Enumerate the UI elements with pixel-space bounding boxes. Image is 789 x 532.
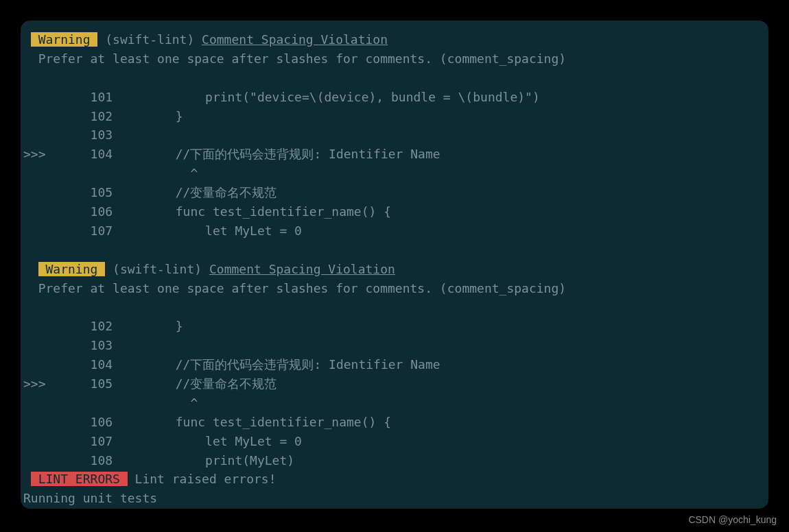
line-number: 105 — [91, 183, 139, 202]
code-text: print(MyLet) — [139, 453, 295, 468]
blank-line — [23, 241, 766, 260]
code-text: } — [139, 109, 183, 123]
warning-block-1: Warning (swift-lint) Comment Spacing Vio… — [23, 30, 766, 241]
gutter — [23, 125, 91, 145]
code-line-highlight: >>> 104 //下面的代码会违背规则: Identifier Name — [23, 145, 766, 164]
line-number: 103 — [91, 336, 139, 355]
caret-line: ^ — [23, 164, 766, 183]
caret-line: ^ — [23, 394, 766, 413]
code-line: 107 let MyLet = 0 — [23, 432, 766, 451]
line-number — [91, 164, 139, 183]
gutter — [23, 202, 91, 221]
line-number: 108 — [91, 451, 139, 470]
line-number: 102 — [91, 317, 139, 336]
linter-name: (swift-lint) — [97, 32, 202, 47]
code-line: 103 — [23, 336, 766, 355]
gutter — [23, 88, 91, 107]
line-number: 106 — [91, 413, 139, 432]
code-line: 108 print(MyLet) — [23, 451, 766, 470]
code-text: print("device=\(device), bundle = \(bund… — [139, 90, 540, 104]
gutter — [23, 183, 91, 202]
line-number: 103 — [91, 125, 139, 145]
caret-icon: ^ — [139, 166, 198, 180]
code-text: //下面的代码会违背规则: Identifier Name — [139, 147, 440, 161]
code-line: 103 — [23, 125, 766, 145]
rule-link[interactable]: Comment Spacing Violation — [202, 32, 388, 47]
line-number: 106 — [91, 202, 139, 221]
code-text: //变量命名不规范 — [139, 376, 277, 391]
line-number: 107 — [91, 221, 139, 241]
error-message: Lint raised errors! — [128, 472, 276, 486]
gutter — [23, 164, 91, 183]
code-line: 104 //下面的代码会违背规则: Identifier Name — [23, 355, 766, 374]
terminal-output: Warning (swift-lint) Comment Spacing Vio… — [21, 21, 768, 509]
code-text: let MyLet = 0 — [139, 223, 302, 238]
gutter-marker: >>> — [23, 374, 91, 394]
lint-errors-badge: LINT ERRORS — [31, 472, 128, 486]
code-text: let MyLet = 0 — [139, 434, 302, 448]
gutter — [23, 451, 91, 470]
gutter — [23, 355, 91, 374]
rule-link[interactable]: Comment Spacing Violation — [209, 262, 395, 276]
warning-block-2: Warning (swift-lint) Comment Spacing Vio… — [23, 260, 766, 470]
code-line: 107 let MyLet = 0 — [23, 221, 766, 241]
warning-header: Warning (swift-lint) Comment Spacing Vio… — [23, 30, 766, 49]
line-number: 104 — [91, 355, 139, 374]
warning-message: Prefer at least one space after slashes … — [23, 279, 766, 298]
blank-line — [23, 69, 766, 88]
warning-badge: Warning — [31, 32, 98, 47]
code-line: 106 func test_identifier_name() { — [23, 202, 766, 221]
running-line: Running unit tests — [23, 489, 766, 508]
code-text: func test_identifier_name() { — [139, 415, 391, 429]
code-line: 106 func test_identifier_name() { — [23, 413, 766, 432]
code-line: 102 } — [23, 107, 766, 126]
line-number: 102 — [91, 107, 139, 126]
caret-icon: ^ — [139, 396, 198, 410]
gutter-marker: >>> — [23, 145, 91, 164]
gutter — [23, 432, 91, 451]
code-text: //下面的代码会违背规则: Identifier Name — [139, 357, 440, 372]
gutter — [23, 221, 91, 241]
gutter — [23, 394, 91, 413]
code-text: } — [139, 319, 183, 333]
linter-name: (swift-lint) — [105, 262, 209, 276]
lint-error-line: LINT ERRORS Lint raised errors! — [23, 470, 766, 489]
code-text: func test_identifier_name() { — [139, 204, 391, 219]
warning-header: Warning (swift-lint) Comment Spacing Vio… — [23, 260, 766, 279]
code-line-highlight: >>> 105 //变量命名不规范 — [23, 374, 766, 394]
gutter — [23, 317, 91, 336]
line-number: 105 — [91, 374, 139, 394]
gutter — [23, 107, 91, 126]
warning-badge: Warning — [38, 262, 106, 276]
code-line: 105 //变量命名不规范 — [23, 183, 766, 202]
warning-message: Prefer at least one space after slashes … — [23, 49, 766, 69]
code-text: //变量命名不规范 — [139, 185, 277, 200]
gutter — [23, 336, 91, 355]
blank-line — [23, 298, 766, 317]
line-number: 107 — [91, 432, 139, 451]
code-line: 101 print("device=\(device), bundle = \(… — [23, 88, 766, 107]
watermark: CSDN @yochi_kung — [688, 514, 777, 525]
gutter — [23, 413, 91, 432]
line-number: 101 — [91, 88, 139, 107]
code-line: 102 } — [23, 317, 766, 336]
line-number: 104 — [91, 145, 139, 164]
line-number — [91, 394, 139, 413]
